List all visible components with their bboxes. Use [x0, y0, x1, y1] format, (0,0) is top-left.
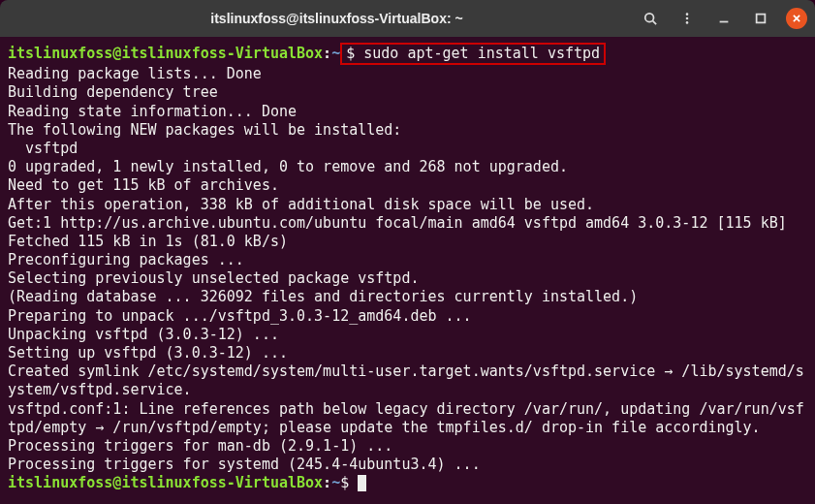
- command-text: sudo apt-get install vsftpd: [363, 45, 600, 62]
- cursor: [358, 475, 366, 491]
- output-line: Preparing to unpack .../vsftpd_3.0.3-12_…: [8, 307, 807, 326]
- svg-point-2: [686, 13, 689, 16]
- menu-icon[interactable]: [675, 7, 699, 30]
- prompt-colon: :: [323, 45, 331, 62]
- svg-point-4: [686, 21, 689, 24]
- titlebar[interactable]: itslinuxfoss@itslinuxfoss-VirtualBox: ~: [0, 0, 815, 37]
- output-line: Reading state information... Done: [8, 103, 807, 121]
- output-line: After this operation, 338 kB of addition…: [8, 196, 807, 214]
- maximize-button[interactable]: [749, 7, 772, 30]
- output-line: Preconfiguring packages ...: [8, 251, 807, 269]
- output-line: Processing triggers for systemd (245.4-4…: [8, 456, 807, 474]
- output-line: vsftpd: [8, 140, 807, 158]
- output-line: (Reading database ... 326092 files and d…: [8, 288, 807, 306]
- output-line: Need to get 115 kB of archives.: [8, 176, 807, 195]
- svg-rect-6: [757, 15, 766, 23]
- prompt-path: ~: [331, 474, 340, 491]
- search-icon[interactable]: [639, 7, 662, 30]
- prompt-colon: :: [323, 474, 331, 491]
- window-title: itslinuxfoss@itslinuxfoss-VirtualBox: ~: [43, 11, 631, 26]
- prompt-path: ~: [331, 45, 340, 62]
- output-line: vsftpd.conf:1: Line references path belo…: [8, 400, 807, 437]
- output-line: 0 upgraded, 1 newly installed, 0 to remo…: [8, 158, 807, 176]
- output-line: Unpacking vsftpd (3.0.3-12) ...: [8, 326, 807, 344]
- output-line: Created symlink /etc/systemd/system/mult…: [8, 362, 807, 399]
- output-line: Reading package lists... Done: [8, 65, 807, 83]
- prompt-user-host: itslinuxfoss@itslinuxfoss-VirtualBox: [8, 45, 323, 62]
- prompt-dollar: $: [340, 474, 358, 491]
- output-line: Processing triggers for man-db (2.9.1-1)…: [8, 437, 807, 456]
- output-line: Get:1 http://us.archive.ubuntu.com/ubunt…: [8, 214, 807, 233]
- minimize-button[interactable]: [712, 7, 736, 30]
- output-line: Building dependency tree: [8, 83, 807, 102]
- terminal-body[interactable]: itslinuxfoss@itslinuxfoss-VirtualBox:~$ …: [0, 37, 815, 504]
- prompt-user-host: itslinuxfoss@itslinuxfoss-VirtualBox: [8, 474, 323, 491]
- terminal-window: itslinuxfoss@itslinuxfoss-VirtualBox: ~ …: [0, 0, 815, 504]
- command-highlight: $ sudo apt-get install vsftpd: [340, 43, 606, 65]
- output-line: The following NEW packages will be insta…: [8, 121, 807, 140]
- output-line: Setting up vsftpd (3.0.3-12) ...: [8, 344, 807, 362]
- prompt-line: itslinuxfoss@itslinuxfoss-VirtualBox:~$ …: [8, 43, 807, 65]
- titlebar-controls: [639, 7, 807, 30]
- prompt-dollar: $: [346, 45, 363, 62]
- svg-point-3: [686, 17, 689, 20]
- svg-line-1: [653, 21, 657, 25]
- output-line: Selecting previously unselected package …: [8, 269, 807, 288]
- close-button[interactable]: [786, 8, 807, 29]
- output-line: Fetched 115 kB in 1s (81.0 kB/s): [8, 233, 807, 251]
- prompt-line-2: itslinuxfoss@itslinuxfoss-VirtualBox:~$: [8, 474, 807, 492]
- svg-point-0: [645, 14, 654, 22]
